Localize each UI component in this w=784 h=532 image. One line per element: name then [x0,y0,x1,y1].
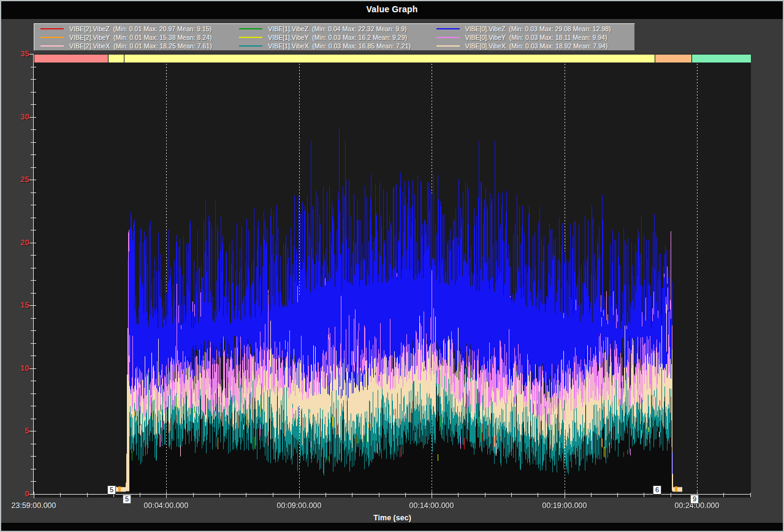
event-marker-badge[interactable]: 9 [690,495,699,504]
y-axis-tick-label: 25 [5,175,29,184]
x-axis-tick [193,493,194,497]
x-axis-tick [511,493,512,497]
x-axis-tick [87,493,88,497]
x-axis-tick [750,493,751,497]
y-axis-tick [31,419,36,419]
legend-line-swatch-icon [40,45,64,47]
legend-entry[interactable]: VIBE[0].VibeY (Min: 0.03 Max: 18.11 Mean… [430,33,634,42]
x-axis-tick [538,493,538,497]
event-marker-badge[interactable]: 5 [123,495,131,504]
legend-line-swatch-icon [436,45,460,47]
y-axis-tick [31,406,36,406]
y-axis-tick [31,129,36,130]
y-axis-tick [31,92,36,93]
legend-entry[interactable]: VIBE[0].VibeZ (Min: 0.03 Max: 29.08 Mean… [430,25,634,33]
x-axis-tick [405,493,406,497]
y-axis-tick-label: 0 [5,489,29,498]
y-axis-tick [31,330,36,331]
legend-entry-label: VIBE[1].VibeZ (Min: 0.04 Max: 22.32 Mean… [268,25,406,32]
legend-entry-label: VIBE[2].VibeX (Min: 0.01 Max: 18.25 Mean… [69,42,212,50]
legend-column: VIBE[0].VibeZ (Min: 0.03 Max: 29.08 Mean… [430,24,634,50]
legend-line-swatch-icon [436,28,460,29]
y-axis-tick-label: 30 [5,112,29,121]
legend-entry-label: VIBE[0].VibeY (Min: 0.03 Max: 18.11 Mean… [465,34,607,41]
x-axis-tick-label: 00:09:00.000 [265,501,333,510]
y-axis-tick [31,79,36,80]
legend-column: VIBE[1].VibeZ (Min: 0.04 Max: 22.32 Mean… [233,24,430,50]
legend-entry[interactable]: VIBE[0].VibeX (Min: 0.03 Max: 18.92 Mean… [430,42,634,50]
y-axis-tick [31,104,36,105]
y-axis-tick [31,393,36,394]
x-axis-tick-label: 00:14:00.000 [398,501,465,510]
y-axis-tick [31,142,36,143]
y-axis-tick-label: 20 [5,238,29,247]
x-axis-tick [458,493,459,497]
legend-line-swatch-icon [40,37,64,38]
event-marker-badge[interactable]: 5 [107,485,116,495]
page-title: Value Graph [0,0,784,19]
y-axis-tick-label: 35 [5,49,29,58]
x-axis-tick [246,493,246,497]
x-axis-tick [60,493,61,497]
y-axis-tick [31,280,36,281]
legend-entry[interactable]: VIBE[2].VibeX (Min: 0.01 Max: 18.25 Mean… [34,42,233,50]
legend-entry-label: VIBE[1].VibeX (Min: 0.03 Max: 16.85 Mean… [268,42,411,50]
legend-entry-label: VIBE[2].VibeY (Min: 0.01 Max: 15.38 Mean… [69,34,212,41]
y-axis-tick [31,167,36,168]
legend-entry[interactable]: VIBE[2].VibeY (Min: 0.01 Max: 15.38 Mean… [34,33,233,42]
legend: VIBE[2].VibeZ (Min: 0.01 Max: 20.97 Mean… [34,23,635,51]
x-axis-tick [140,493,140,497]
timeline-band-segment [108,55,124,63]
x-axis-tick-label: 00:19:00.000 [531,501,598,510]
y-axis-tick [31,343,36,344]
y-axis-line [33,54,34,495]
y-axis-tick-label: 15 [5,300,29,310]
plot-area [34,54,751,498]
y-axis-tick [31,205,36,205]
legend-line-swatch-icon [436,37,460,38]
time-axis-title: Time (sec) [331,514,454,522]
legend-entry-label: VIBE[0].VibeZ (Min: 0.03 Max: 29.08 Mean… [465,25,611,32]
legend-entry-label: VIBE[2].VibeZ (Min: 0.01 Max: 20.97 Mean… [69,25,211,32]
legend-entry[interactable]: VIBE[1].VibeX (Min: 0.03 Max: 16.85 Mean… [233,42,430,50]
y-axis-tick [31,255,36,256]
y-axis-tick-label: 5 [5,426,29,435]
legend-entry[interactable]: VIBE[1].VibeY (Min: 0.03 Max: 16.2 Mean:… [233,33,430,42]
y-axis-tick [31,481,36,482]
timeline-band-segment [691,55,751,63]
x-axis-tick [379,493,379,497]
x-axis-tick [299,492,300,498]
x-axis-tick [166,492,167,498]
value-graph-window: Value Graph VIBE[2].VibeZ (Min: 0.01 Max… [0,0,784,532]
x-axis-tick [432,492,432,498]
y-axis-tick [31,355,36,356]
legend-line-swatch-icon [239,45,262,47]
y-axis-tick [31,293,36,294]
legend-entry-label: VIBE[0].VibeX (Min: 0.03 Max: 18.92 Mean… [465,42,608,50]
legend-line-swatch-icon [40,28,64,29]
legend-entry-label: VIBE[1].VibeY (Min: 0.03 Max: 16.2 Mean:… [268,34,407,41]
x-axis-tick [219,493,220,497]
timeline-band-segment [34,55,108,63]
x-axis-tick [34,492,34,498]
plot-canvas[interactable] [34,54,751,495]
event-marker-badge[interactable]: 6 [653,485,661,495]
timeline-band-segment [655,55,691,63]
x-axis-tick [723,493,724,497]
x-axis-tick-label: 00:04:00.000 [132,501,200,510]
legend-entry[interactable]: VIBE[2].VibeZ (Min: 0.01 Max: 20.97 Mean… [34,25,233,33]
x-axis-tick [325,493,326,497]
y-axis-tick [31,318,36,319]
legend-column: VIBE[2].VibeZ (Min: 0.01 Max: 20.97 Mean… [34,24,233,50]
y-axis-tick [31,154,36,155]
y-axis-tick [31,268,36,268]
timeline-band-segment [124,55,655,63]
x-axis-tick [565,492,565,498]
x-axis-tick [591,493,592,497]
x-axis-tick-label: 23:59:00.000 [0,501,67,510]
y-axis-tick [31,381,36,381]
y-axis-tick [31,444,36,444]
title-bar: Value Graph [0,0,784,19]
x-axis-tick [644,493,644,497]
legend-entry[interactable]: VIBE[1].VibeZ (Min: 0.04 Max: 22.32 Mean… [233,25,430,33]
